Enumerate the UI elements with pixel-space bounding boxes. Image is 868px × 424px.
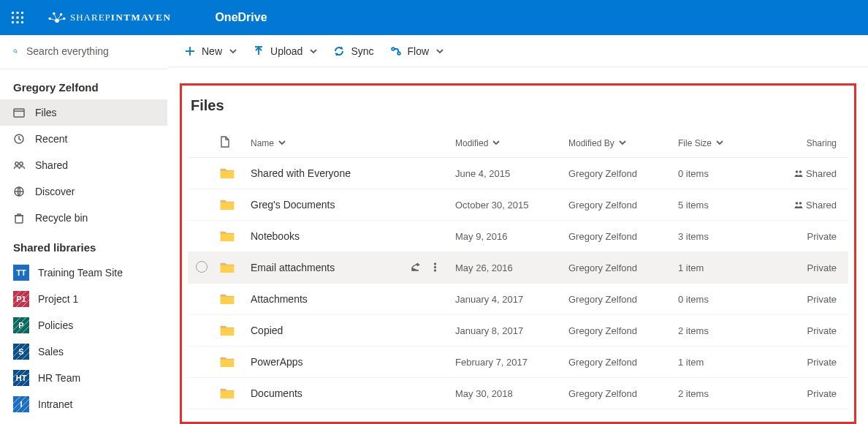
library-item-hr-team[interactable]: HTHR Team <box>0 365 167 391</box>
sharing-column[interactable]: Sharing <box>783 129 848 158</box>
chevron-down-icon <box>716 139 723 146</box>
library-item-project-1[interactable]: P1Project 1 <box>0 286 167 312</box>
nav-item-shared[interactable]: Shared <box>0 152 167 178</box>
svg-point-74 <box>434 270 435 271</box>
table-row[interactable]: AttachmentsJanuary 4, 2017Gregory Zelfon… <box>188 284 848 315</box>
item-name[interactable]: Documents <box>251 387 302 399</box>
svg-point-24 <box>20 162 23 165</box>
sync-label: Sync <box>351 45 373 57</box>
sync-button[interactable]: Sync <box>333 45 373 57</box>
svg-point-18 <box>14 50 17 53</box>
svg-rect-2 <box>21 12 23 14</box>
new-button[interactable]: New <box>184 45 237 57</box>
table-row[interactable]: Greg's DocumentsOctober 30, 2015Gregory … <box>188 189 848 221</box>
command-bar: New Upload Sync Flow <box>168 35 868 67</box>
svg-point-58 <box>397 52 400 55</box>
folder-icon <box>220 169 235 181</box>
library-item-sales[interactable]: SSales <box>0 338 167 365</box>
table-row[interactable]: NotebooksMay 9, 2016Gregory Zelfond3 ite… <box>188 221 848 252</box>
modified-column[interactable]: Modified <box>451 129 564 158</box>
svg-line-19 <box>16 52 18 53</box>
table-row[interactable]: CopiedJanuary 8, 2017Gregory Zelfond2 it… <box>188 315 848 347</box>
library-item-label: Training Team Site <box>38 267 123 279</box>
table-row[interactable]: PowerAppsFebruary 7, 2017Gregory Zelfond… <box>188 347 848 378</box>
library-item-policies[interactable]: PPolicies <box>0 312 167 338</box>
nav-item-discover[interactable]: Discover <box>0 178 167 205</box>
folder-icon <box>220 232 235 243</box>
item-name[interactable]: Email attachments <box>251 262 335 273</box>
library-tile-icon: HT <box>13 370 29 386</box>
app-launcher-button[interactable] <box>0 0 35 35</box>
svg-rect-3 <box>12 17 14 19</box>
item-modified: January 4, 2017 <box>451 284 564 315</box>
upload-button[interactable]: Upload <box>253 45 317 57</box>
nav-item-files[interactable]: Files <box>0 99 167 126</box>
file-type-column[interactable] <box>216 129 246 158</box>
item-name[interactable]: PowerApps <box>251 356 303 368</box>
search-input[interactable] <box>26 45 154 57</box>
chevron-down-icon <box>229 48 237 55</box>
item-size: 2 items <box>674 378 783 409</box>
brand-logo-text: SHAREPINTMAVEN <box>70 12 171 23</box>
library-tile-icon: P <box>13 317 29 333</box>
chevron-down-icon <box>436 48 443 55</box>
library-item-label: HR Team <box>38 372 80 384</box>
item-name[interactable]: Greg's Documents <box>251 199 335 211</box>
item-name[interactable]: Attachments <box>251 293 308 305</box>
item-modified-by: Gregory Zelfond <box>564 378 674 409</box>
file-size-column[interactable]: File Size <box>674 129 783 158</box>
search-icon <box>13 45 18 57</box>
upload-icon <box>254 46 264 56</box>
svg-point-67 <box>796 202 799 205</box>
item-modified: January 8, 2017 <box>451 315 564 347</box>
item-modified-by: Gregory Zelfond <box>564 347 674 378</box>
nav-item-label: Shared <box>35 159 68 171</box>
table-row[interactable]: Email attachmentsMay 26, 2016Gregory Zel… <box>188 252 848 284</box>
item-modified-by: Gregory Zelfond <box>564 158 674 189</box>
item-modified: May 30, 2018 <box>451 378 564 409</box>
item-modified-by: Gregory Zelfond <box>564 221 674 252</box>
recent-icon <box>13 133 25 145</box>
folder-icon <box>220 295 235 306</box>
item-modified: October 30, 2015 <box>451 189 564 221</box>
table-row[interactable]: DocumentsMay 30, 2018Gregory Zelfond2 it… <box>188 378 848 409</box>
nav-item-recent[interactable]: Recent <box>0 126 167 152</box>
chevron-down-icon <box>310 48 317 55</box>
shared-icon <box>13 159 25 171</box>
table-row[interactable]: Shared with EveryoneJune 4, 2015Gregory … <box>188 158 848 189</box>
name-column[interactable]: Name <box>246 129 451 158</box>
svg-point-73 <box>434 266 435 268</box>
item-name[interactable]: Notebooks <box>251 230 300 242</box>
plus-icon <box>185 46 195 56</box>
share-icon[interactable] <box>410 262 421 273</box>
upload-label: Upload <box>270 45 302 57</box>
flow-label: Flow <box>408 45 430 57</box>
chevron-down-icon <box>278 139 286 146</box>
library-item-label: Project 1 <box>38 293 78 305</box>
select-circle[interactable] <box>196 261 208 273</box>
item-size: 1 item <box>674 347 783 378</box>
more-icon[interactable] <box>430 262 441 273</box>
svg-point-23 <box>15 162 18 165</box>
left-panel: Gregory Zelfond FilesRecentSharedDiscove… <box>0 35 168 424</box>
folder-icon <box>220 200 235 212</box>
library-item-intranet[interactable]: IIntranet <box>0 391 167 417</box>
nav-item-recycle-bin[interactable]: Recycle bin <box>0 205 167 231</box>
highlight-box: Files Name Modified Modified By File Siz… <box>180 83 856 424</box>
item-sharing: Private <box>783 252 848 284</box>
flow-icon <box>391 46 401 56</box>
flow-button[interactable]: Flow <box>390 45 444 57</box>
search[interactable] <box>0 35 167 67</box>
item-size: 5 items <box>674 189 783 221</box>
file-table: Name Modified Modified By File Size Shar… <box>188 129 848 409</box>
item-name[interactable]: Copied <box>251 325 283 336</box>
modified-by-column[interactable]: Modified By <box>564 129 674 158</box>
item-size: 1 item <box>674 252 783 284</box>
library-item-training-team-site[interactable]: TTTraining Team Site <box>0 260 167 286</box>
suite-bar: SHAREPINTMAVEN OneDrive <box>0 0 868 35</box>
item-sharing: Private <box>783 315 848 347</box>
item-modified: June 4, 2015 <box>451 158 564 189</box>
library-tile-icon: I <box>13 396 29 412</box>
brand-logo-icon <box>47 10 67 26</box>
item-name[interactable]: Shared with Everyone <box>251 167 351 179</box>
